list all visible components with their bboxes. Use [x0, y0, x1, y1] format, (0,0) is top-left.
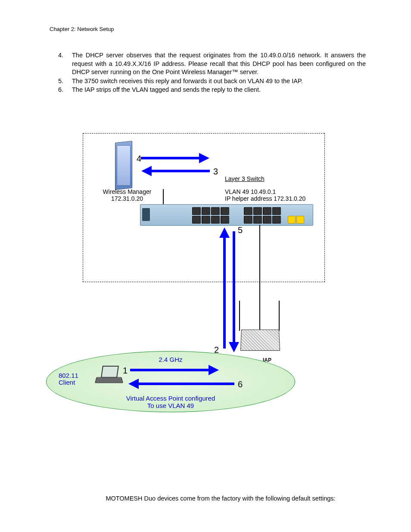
steps-list: 4. The DHCP server observes that the req… [58, 51, 366, 94]
vlan-config-label: VLAN 49 10.49.0.1 IP helper address 172.… [225, 188, 305, 202]
step-text: The DHCP server observes that the reques… [72, 52, 366, 75]
vap-label: Virtual Access Point configured To use V… [47, 395, 295, 409]
laptop-icon [96, 366, 121, 385]
client-label: 802.11 Client [59, 372, 78, 386]
frequency-label: 2.4 GHz [47, 356, 295, 363]
step-text: The IAP strips off the VLAN tagged and s… [72, 86, 261, 93]
step-text: The 3750 switch receives this reply and … [72, 78, 303, 84]
step-6: 6. The IAP strips off the VLAN tagged an… [58, 86, 366, 94]
wireless-cloud: 2.4 GHz 802.11 Client Virtual Access Poi… [46, 351, 295, 412]
step-number: 5. [58, 77, 63, 86]
step-5: 5. The 3750 switch receives this reply a… [58, 77, 366, 86]
switch-icon [140, 204, 313, 226]
wireless-manager-label: Wireless Manager 172.31.0.20 [97, 188, 157, 202]
server-icon [115, 137, 132, 189]
step-number: 4. [58, 51, 63, 60]
footer-note: MOTOMESH Duo devices come from the facto… [50, 495, 366, 502]
iap-icon [241, 329, 279, 354]
step-number: 6. [58, 86, 63, 94]
network-diagram: Wireless Manager 172.31.0.20 Layer 3 Swi… [46, 133, 356, 452]
chapter-header: Chapter 2: Network Setup [50, 26, 366, 32]
layer3-switch-label: Layer 3 Switch [225, 175, 265, 182]
step-4: 4. The DHCP server observes that the req… [58, 51, 366, 77]
